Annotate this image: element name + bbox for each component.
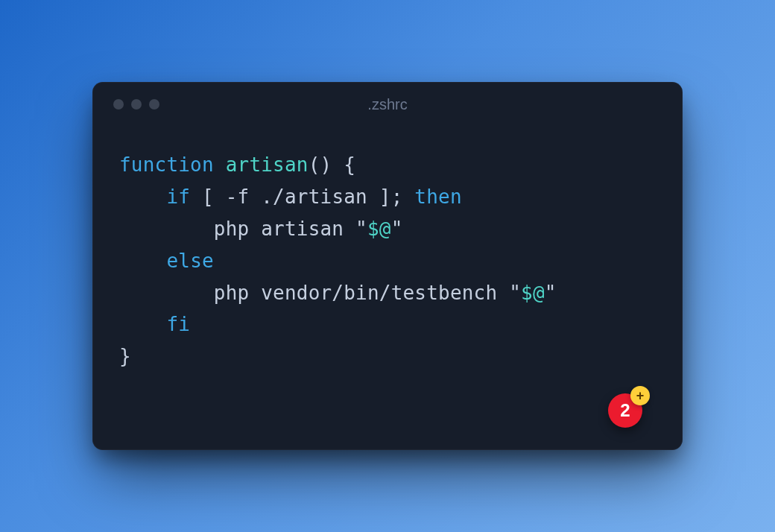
- code-token: $@: [367, 218, 391, 240]
- code-token: else: [166, 250, 213, 272]
- code-token: if: [166, 186, 190, 208]
- minimize-icon[interactable]: [131, 99, 142, 110]
- code-token: fi: [166, 313, 190, 335]
- code-token: [119, 250, 166, 272]
- badge-count: 2: [620, 400, 630, 421]
- code-token: [119, 186, 166, 208]
- editor-window: .zshrc function artisan() { if [ -f ./ar…: [92, 82, 683, 450]
- window-title: .zshrc: [92, 96, 683, 113]
- code-token: ": [391, 218, 403, 240]
- notification-badge[interactable]: 2 +: [608, 393, 642, 428]
- window-controls: [113, 99, 159, 110]
- code-token: [ -f ./artisan ];: [190, 186, 414, 208]
- code-token: }: [119, 345, 131, 367]
- code-token: () {: [309, 153, 355, 176]
- code-token: then: [414, 186, 461, 208]
- code-token: [214, 153, 226, 176]
- code-token: function: [119, 153, 214, 176]
- code-token: artisan: [226, 153, 309, 176]
- code-token: ": [355, 218, 367, 240]
- close-icon[interactable]: [113, 99, 124, 110]
- code-token: [119, 313, 166, 335]
- code-block: function artisan() { if [ -f ./artisan ]…: [92, 127, 683, 373]
- zoom-icon[interactable]: [149, 99, 159, 110]
- code-token: php artisan: [119, 218, 355, 240]
- window-titlebar: .zshrc: [92, 82, 683, 127]
- code-token: php vendor/bin/testbench: [119, 282, 509, 304]
- code-token: $@: [521, 282, 545, 304]
- background: .zshrc function artisan() { if [ -f ./ar…: [0, 0, 775, 532]
- code-token: ": [509, 282, 521, 304]
- code-token: ": [545, 282, 557, 304]
- plus-icon: +: [630, 386, 650, 405]
